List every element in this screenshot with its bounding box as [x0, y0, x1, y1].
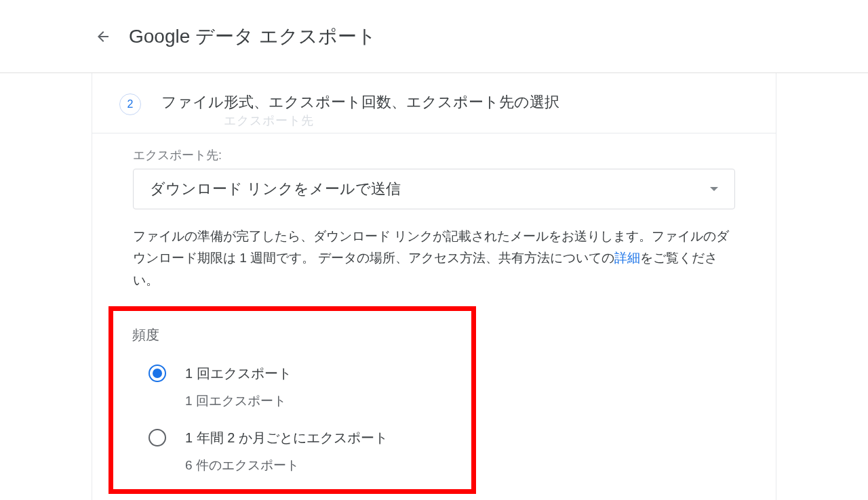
header: Google データ エクスポート [0, 0, 868, 73]
ghost-label: エクスポート先 [224, 112, 314, 129]
step-title: ファイル形式、エクスポート回数、エクスポート先の選択 [161, 92, 559, 112]
radio-sublabel: 1 回エクスポート [132, 392, 452, 410]
frequency-section-highlight: 頻度 1 回エクスポート 1 回エクスポート 1 年間 2 か月ごとにエクスポー… [108, 306, 476, 494]
chevron-down-icon [710, 187, 718, 191]
back-arrow-icon[interactable] [95, 28, 111, 45]
destination-description: ファイルの準備が完了したら、ダウンロード リンクが記載されたメールをお送りします… [133, 226, 735, 291]
destination-value: ダウンロード リンクをメールで送信 [150, 179, 401, 199]
step-panel: 2 ファイル形式、エクスポート回数、エクスポート先の選択 エクスポート先 エクス… [92, 73, 776, 500]
frequency-label: 頻度 [132, 326, 452, 344]
radio-label: 1 回エクスポート [185, 364, 292, 383]
step-header[interactable]: 2 ファイル形式、エクスポート回数、エクスポート先の選択 エクスポート先 [92, 73, 776, 133]
details-link[interactable]: 詳細 [614, 251, 640, 265]
radio-label: 1 年間 2 か月ごとにエクスポート [185, 429, 388, 447]
frequency-option-bimonthly[interactable]: 1 年間 2 か月ごとにエクスポート [132, 429, 452, 447]
step-number-badge: 2 [119, 93, 141, 115]
destination-label: エクスポート先: [133, 147, 735, 163]
step-content: エクスポート先: ダウンロード リンクをメールで送信 ファイルの準備が完了したら… [92, 133, 776, 500]
radio-icon [149, 364, 166, 382]
radio-icon [149, 429, 166, 446]
radio-sublabel: 6 件のエクスポート [132, 457, 452, 474]
destination-dropdown[interactable]: ダウンロード リンクをメールで送信 [133, 169, 735, 209]
page-title: Google データ エクスポート [129, 24, 376, 49]
frequency-option-once[interactable]: 1 回エクスポート [132, 364, 452, 383]
